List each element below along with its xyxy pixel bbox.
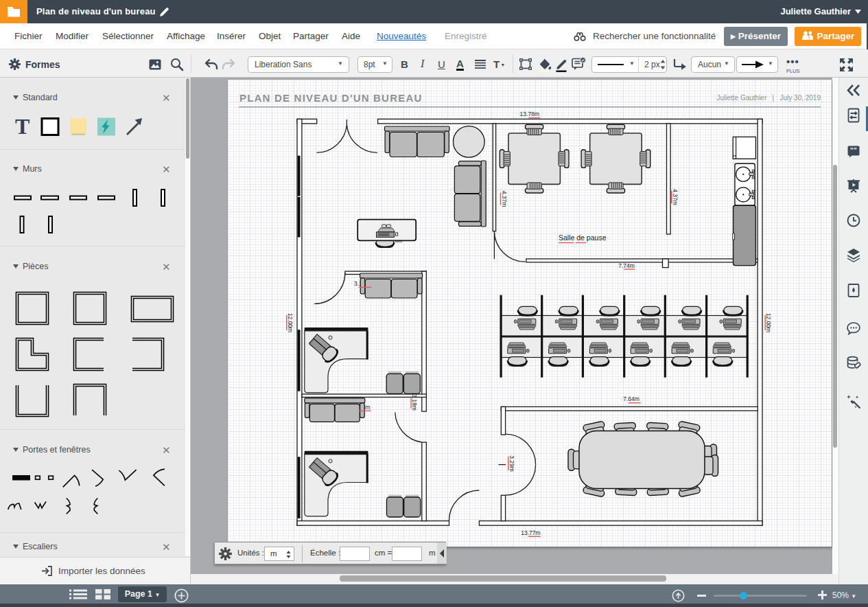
svg-text:7.64m: 7.64m [623,396,640,402]
svg-text:T: T [15,116,30,138]
svg-text:PLAN DE NIVEAU D'UN BUREAU: PLAN DE NIVEAU D'UN BUREAU [239,92,422,104]
svg-text:7.74m: 7.74m [618,262,635,269]
svg-text:13.78m: 13.78m [520,111,539,117]
svg-text:4.37m: 4.37m [501,191,508,207]
svg-text:3.18m: 3.18m [411,394,418,411]
svg-text:12.00m: 12.00m [287,313,294,332]
svg-text:Salle de pause: Salle de pause [559,233,607,242]
svg-text:": " [854,147,857,154]
svg-text:4.37m: 4.37m [672,189,679,205]
svg-text:3.29m: 3.29m [508,455,515,472]
svg-text:Juliette Gauthier | July 3: Juliette Gauthier | July 30, 2019 [716,94,821,102]
svg-text:13.77m: 13.77m [521,529,540,536]
svg-text:12.00m: 12.00m [765,313,772,332]
